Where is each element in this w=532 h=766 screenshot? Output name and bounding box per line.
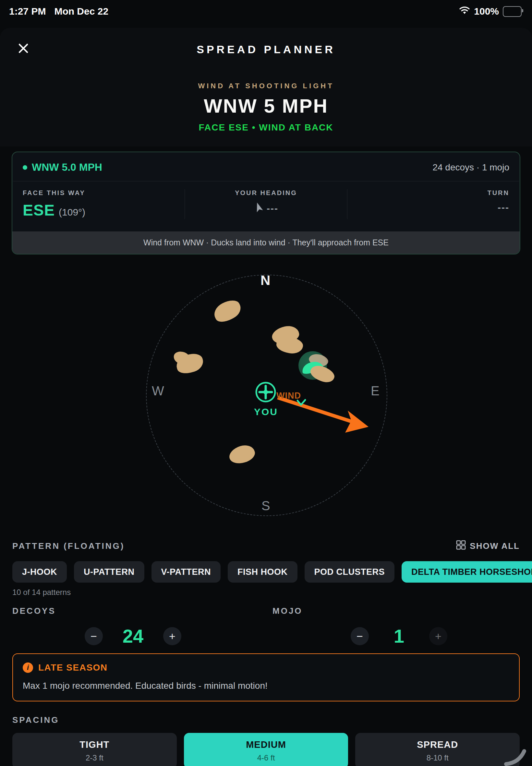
decoys-plus-button[interactable]: + xyxy=(163,627,181,645)
heading-value: --- xyxy=(267,203,278,214)
battery-percent: 100% xyxy=(474,6,499,17)
decoy-mojo-counts: 24 decoys · 1 mojo xyxy=(432,162,509,173)
status-date: Mon Dec 22 xyxy=(54,6,108,17)
spacing-option-subtitle: 8-10 ft xyxy=(427,753,449,762)
show-all-label: SHOW ALL xyxy=(470,541,520,551)
you-marker xyxy=(255,381,276,403)
mojo-plus-button[interactable]: + xyxy=(429,627,447,645)
wind-arrow-label: WIND xyxy=(276,391,301,401)
wind-live-dot xyxy=(23,165,27,170)
pattern-chip-pod-clusters[interactable]: POD CLUSTERS xyxy=(305,561,395,583)
crosshair-icon xyxy=(255,381,276,403)
scroll-corner-arc xyxy=(503,740,532,766)
spacing-option-tight[interactable]: TIGHT2-3 ft xyxy=(12,733,177,766)
pattern-chip-fish-hook[interactable]: FISH HOOK xyxy=(228,561,297,583)
compass-east-label: E xyxy=(371,384,380,398)
info-icon: i xyxy=(23,663,33,673)
close-button[interactable] xyxy=(14,40,32,58)
wind-summary: WIND AT SHOOTING LIGHT WNW 5 MPH FACE ES… xyxy=(0,71,532,146)
show-all-button[interactable]: SHOW ALL xyxy=(456,540,520,552)
pattern-chip-v-pattern[interactable]: V-PATTERN xyxy=(151,561,221,583)
pattern-chip-j-hook[interactable]: J-HOOK xyxy=(12,561,67,583)
pattern-count: 10 of 14 patterns xyxy=(12,588,532,597)
face-degrees: (109°) xyxy=(59,207,85,218)
spacing-option-subtitle: 2-3 ft xyxy=(86,753,103,762)
spacing-options-row: TIGHT2-3 ftMEDIUM4-6 ftSPREAD8-10 ft xyxy=(12,733,520,766)
stepper-section: DECOYS − 24 + MOJO − 1 + xyxy=(0,606,532,647)
mojo-stepper-group: MOJO − 1 + xyxy=(266,606,532,647)
grid-icon xyxy=(456,540,466,552)
turn-column: TURN --- xyxy=(347,189,509,219)
mojo-label: MOJO xyxy=(272,606,532,616)
decoys-label: DECOYS xyxy=(12,606,266,616)
decoys-value: 24 xyxy=(115,625,151,647)
pattern-chip-delta-timber-horseshoe[interactable]: DELTA TIMBER HORSESHOE xyxy=(402,561,532,583)
warning-title: LATE SEASON xyxy=(38,663,108,673)
heading-label: YOUR HEADING xyxy=(185,189,347,197)
late-season-warning: i LATE SEASON Max 1 mojo recommended. Ed… xyxy=(12,653,520,701)
wind-summary-label: WIND AT SHOOTING LIGHT xyxy=(0,82,532,90)
spacing-option-medium[interactable]: MEDIUM4-6 ft xyxy=(184,733,348,766)
wind-summary-value: WNW 5 MPH xyxy=(0,95,532,117)
spacing-option-spread[interactable]: SPREAD8-10 ft xyxy=(355,733,520,766)
decoys-stepper-group: DECOYS − 24 + xyxy=(0,606,266,647)
mojo-minus-button[interactable]: − xyxy=(351,627,369,645)
wind-card-title: WNW 5.0 MPH xyxy=(23,161,102,173)
status-time: 1:27 PM xyxy=(9,6,46,17)
decoys-minus-button[interactable]: − xyxy=(85,627,103,645)
page-title: SPREAD PLANNER xyxy=(197,43,335,56)
face-value: ESE xyxy=(23,201,55,219)
pattern-chip-row[interactable]: J-HOOKU-PATTERNV-PATTERNFISH HOOKPOD CLU… xyxy=(12,561,532,583)
compass-north-label: N xyxy=(260,273,270,288)
face-label: FACE THIS WAY xyxy=(23,189,185,197)
mojo-value: 1 xyxy=(381,625,417,647)
close-icon xyxy=(18,43,29,54)
face-column: FACE THIS WAY ESE (109°) xyxy=(23,189,185,219)
spacing-option-title: TIGHT xyxy=(79,739,109,750)
warning-message: Max 1 mojo recommended. Educated birds -… xyxy=(23,681,509,691)
pattern-section-label: PATTERN (FLOATING) xyxy=(12,541,125,551)
wifi-icon xyxy=(459,6,470,17)
spread-compass[interactable]: N W E S YOU WIND xyxy=(0,254,532,527)
wind-card-value: WNW 5.0 MPH xyxy=(32,161,102,173)
spacing-option-title: MEDIUM xyxy=(246,739,286,750)
you-label: YOU xyxy=(250,407,282,418)
heading-column: YOUR HEADING --- xyxy=(185,189,347,219)
wind-card: WNW 5.0 MPH 24 decoys · 1 mojo FACE THIS… xyxy=(12,152,520,254)
spacing-section-label: SPACING xyxy=(12,715,532,725)
pattern-chip-u-pattern[interactable]: U-PATTERN xyxy=(74,561,144,583)
wind-summary-advice: FACE ESE • WIND AT BACK xyxy=(0,122,532,146)
battery-icon xyxy=(503,6,522,17)
compass-south-label: S xyxy=(261,499,270,513)
turn-label: TURN xyxy=(347,189,509,197)
status-bar: 1:27 PM Mon Dec 22 100% xyxy=(0,0,532,19)
spacing-option-title: SPREAD xyxy=(417,739,458,750)
compass-west-label: W xyxy=(152,384,164,398)
spacing-option-subtitle: 4-6 ft xyxy=(257,753,275,762)
turn-value: --- xyxy=(498,202,509,213)
heading-arrow-icon xyxy=(254,202,263,214)
wind-explainer: Wind from WNW · Ducks land into wind · T… xyxy=(12,231,520,254)
modal-header: SPREAD PLANNER xyxy=(0,28,532,71)
